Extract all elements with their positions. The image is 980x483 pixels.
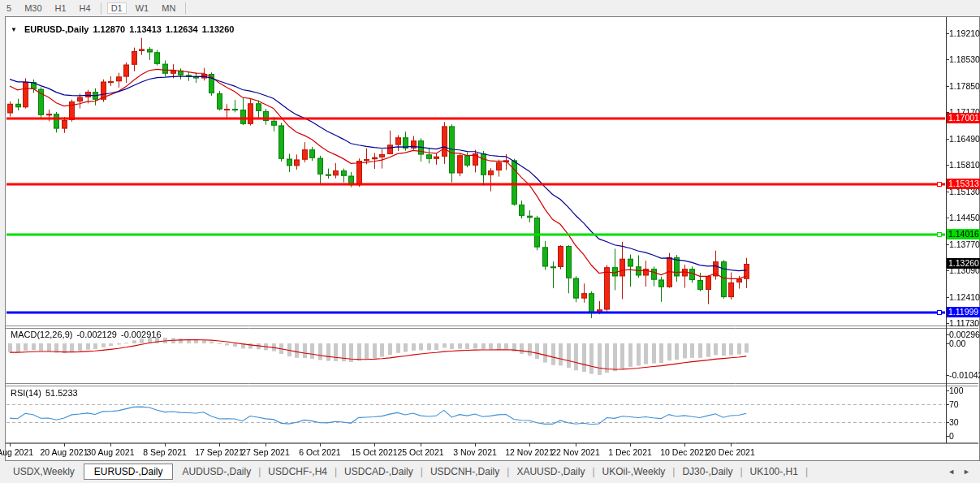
rsi-label: RSI(14) 51.5233 xyxy=(11,388,78,398)
tab-separator: | xyxy=(672,466,675,477)
date-axis-label: 20 Dec 2021 xyxy=(706,447,755,457)
price-tick: 1.14450 xyxy=(949,213,980,222)
tab-usdx-weekly[interactable]: USDX,Weekly xyxy=(6,464,81,479)
tabs-scroll-left-icon[interactable]: ◄ xyxy=(948,468,955,476)
date-axis-label: 12 Nov 2021 xyxy=(505,447,554,457)
chart-symbol-period: EURUSD-,Daily xyxy=(24,24,89,34)
price-line-tag-1-13260: 1.13260 xyxy=(947,258,980,269)
rsi-axis-label: 100 xyxy=(949,386,964,395)
price-tick: 1.13770 xyxy=(949,239,980,249)
chart-title: ▼ EURUSD-,Daily 1.12870 1.13413 1.12634 … xyxy=(11,24,234,34)
price-chart-canvas[interactable] xyxy=(0,0,980,483)
timeframe-button-m30[interactable]: M30 xyxy=(20,2,45,14)
tab-separator: | xyxy=(258,466,261,477)
date-axis-label: 20 Aug 2021 xyxy=(41,447,89,457)
timeframe-toolbar: 5M30H1H4D1W1MN xyxy=(0,0,980,16)
macd-signal-value: -0.002916 xyxy=(121,330,162,339)
macd-axis-label: 0.00 xyxy=(949,339,965,348)
toolbar-separator xyxy=(185,2,186,15)
price-line-tag-1-11999[interactable]: 1.11999 xyxy=(947,307,980,317)
macd-name: MACD(12,26,9) xyxy=(11,330,72,339)
rsi-value: 51.5233 xyxy=(45,388,78,398)
price-tick: 1.19210 xyxy=(949,28,980,38)
date-axis-label: 8 Sep 2021 xyxy=(143,447,187,457)
tab-uk100-h1[interactable]: UK100-,H1 xyxy=(744,464,805,479)
rsi-axis-label: 30 xyxy=(949,417,959,427)
tab-separator: | xyxy=(507,466,509,477)
tab-usdcnh-daily[interactable]: USDCNH-,Daily xyxy=(424,464,506,479)
price-line-tag-1-15313[interactable]: 1.15313 xyxy=(947,179,980,189)
tab-audusd-daily[interactable]: AUDUSD-,Daily xyxy=(175,464,257,479)
date-axis-label: 22 Nov 2021 xyxy=(551,447,600,457)
date-axis-label: 17 Sep 2021 xyxy=(195,447,244,457)
timeframe-button-d1[interactable]: D1 xyxy=(107,2,127,14)
timeframe-button-5[interactable]: 5 xyxy=(2,2,15,14)
price-tick: 1.17850 xyxy=(949,81,980,91)
tab-xauusd-daily[interactable]: XAUUSD-,Daily xyxy=(510,464,591,479)
date-axis-label: 30 Aug 2021 xyxy=(87,447,135,457)
tab-separator: | xyxy=(421,466,423,477)
price-line-tag-1-17001[interactable]: 1.17001 xyxy=(947,113,980,123)
tab-separator: | xyxy=(805,466,808,477)
tab-separator: | xyxy=(335,466,337,477)
macd-axis-label: -0.010427 xyxy=(949,370,980,380)
date-axis-label: 6 Oct 2021 xyxy=(299,447,340,457)
ohlc-high: 1.13413 xyxy=(129,24,162,34)
collapse-indicator-icon[interactable]: ▼ xyxy=(11,26,17,33)
price-tick: 1.15810 xyxy=(949,160,980,170)
date-axis-label: 11 Aug 2021 xyxy=(0,447,33,457)
tabs-scroll-right-icon[interactable]: ► xyxy=(963,468,970,476)
timeframe-button-h1[interactable]: H1 xyxy=(51,2,71,14)
macd-histogram-value: -0.002129 xyxy=(76,330,117,339)
price-tick: 1.18530 xyxy=(949,54,980,64)
ohlc-low: 1.12634 xyxy=(166,24,198,34)
ohlc-open: 1.12870 xyxy=(93,24,125,34)
rsi-axis-label: 0 xyxy=(949,431,954,441)
tab-usdcad-daily[interactable]: USDCAD-,Daily xyxy=(338,464,420,479)
tab-separator: | xyxy=(740,466,742,477)
price-tick: 1.16490 xyxy=(949,134,980,144)
price-line-tag-1-14016[interactable]: 1.14016 xyxy=(947,229,980,239)
rsi-name: RSI(14) xyxy=(11,388,41,398)
macd-label: MACD(12,26,9) -0.002129 -0.002916 xyxy=(11,330,162,339)
date-axis-label: 15 Oct 2021 xyxy=(351,447,397,457)
price-tick: 1.11730 xyxy=(949,318,979,328)
date-axis-label: 1 Dec 2021 xyxy=(608,447,652,457)
tab-dj30-daily[interactable]: DJ30-,Daily xyxy=(676,464,739,479)
toolbar-separator xyxy=(101,2,101,15)
rsi-axis-label: 70 xyxy=(949,399,959,409)
tab-eurusd-daily[interactable]: EURUSD-,Daily xyxy=(84,464,174,480)
tab-separator: | xyxy=(592,466,594,477)
date-axis-label: 25 Oct 2021 xyxy=(397,447,443,457)
date-axis-label: 3 Nov 2021 xyxy=(453,447,497,457)
timeframe-button-w1[interactable]: W1 xyxy=(132,2,153,14)
tab-usdchf-h4[interactable]: USDCHF-,H4 xyxy=(261,464,334,479)
ohlc-close: 1.13260 xyxy=(202,24,235,34)
date-axis-label: 27 Sep 2021 xyxy=(241,447,290,457)
date-axis-label: 10 Dec 2021 xyxy=(660,447,709,457)
timeframe-button-mn[interactable]: MN xyxy=(158,2,179,14)
chart-tabs-bar: USDX,WeeklyEURUSD-,DailyAUDUSD-,Daily|US… xyxy=(0,462,980,481)
price-tick: 1.12410 xyxy=(949,292,980,302)
tab-ukoil-weekly[interactable]: UKOil-,Weekly xyxy=(596,464,672,479)
timeframe-button-h4[interactable]: H4 xyxy=(76,2,95,14)
